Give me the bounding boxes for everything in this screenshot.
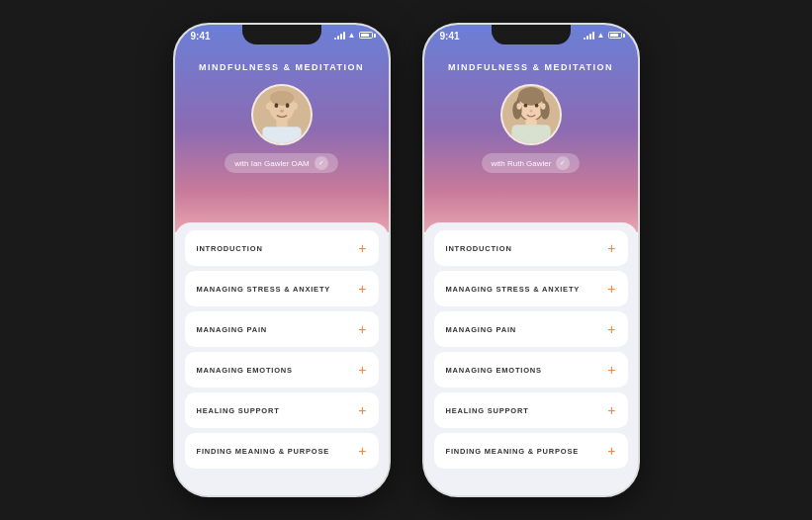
- menu-item-1-3[interactable]: MANAGING EMOTIONS +: [185, 352, 379, 388]
- svg-point-2: [269, 91, 293, 106]
- status-time-2: 9:41: [440, 31, 460, 42]
- battery-icon-1: [359, 32, 373, 39]
- plus-icon-2-4: +: [607, 403, 615, 417]
- plus-icon-1-3: +: [358, 363, 366, 377]
- phone-content-1: INTRODUCTION + MANAGING STRESS & ANXIETY…: [175, 222, 389, 495]
- menu-label-2-0: INTRODUCTION: [446, 244, 512, 253]
- wifi-icon-1: ▲: [348, 31, 356, 40]
- app-title-2: MINDFULNESS & MEDITATION: [448, 62, 613, 72]
- phone-header-2: MINDFULNESS & MEDITATION: [424, 25, 638, 232]
- status-icons-1: ▲: [334, 31, 373, 40]
- phone-frame-1: 9:41 ▲ MINDFULNESS & MEDITATION: [173, 23, 391, 497]
- menu-item-2-4[interactable]: HEALING SUPPORT +: [434, 392, 628, 428]
- check-badge-1: ✓: [315, 156, 328, 170]
- phone-frame-2: 9:41 ▲ MINDFULNESS & MEDITATION: [422, 23, 640, 497]
- svg-point-14: [512, 101, 521, 120]
- wifi-icon-2: ▲: [597, 31, 605, 40]
- signal-icon-2: [584, 32, 594, 40]
- phone-header-1: MINDFULNESS & MEDITATION: [175, 25, 389, 232]
- menu-label-1-1: MANAGING STRESS & ANXIETY: [197, 285, 331, 294]
- avatar-svg-1: [253, 86, 311, 143]
- app-title-1: MINDFULNESS & MEDITATION: [199, 62, 364, 72]
- menu-item-2-0[interactable]: INTRODUCTION +: [434, 230, 628, 266]
- menu-label-1-3: MANAGING EMOTIONS: [197, 366, 293, 375]
- menu-label-2-3: MANAGING EMOTIONS: [446, 366, 542, 375]
- svg-point-19: [534, 104, 538, 108]
- avatar-1: [251, 84, 313, 145]
- notch-2: [492, 25, 571, 44]
- plus-icon-2-0: +: [607, 241, 615, 255]
- menu-label-2-4: HEALING SUPPORT: [446, 406, 529, 415]
- presenter-label-1: with Ian Gawler OAM ✓: [225, 153, 338, 173]
- signal-bar-2: [337, 36, 339, 40]
- menu-label-1-2: MANAGING PAIN: [197, 325, 268, 334]
- signal-icon-1: [334, 32, 345, 40]
- signal-bar-4: [343, 32, 345, 40]
- svg-point-16: [516, 103, 521, 110]
- plus-icon-1-5: +: [358, 444, 366, 458]
- svg-point-3: [266, 103, 272, 110]
- menu-label-1-5: FINDING MEANING & PURPOSE: [197, 447, 330, 456]
- svg-point-18: [523, 104, 527, 108]
- plus-icon-1-4: +: [358, 403, 366, 417]
- menu-item-1-0[interactable]: INTRODUCTION +: [185, 230, 379, 266]
- check-icon-1: ✓: [318, 159, 324, 167]
- svg-point-20: [529, 110, 532, 112]
- signal-bar-2-1: [584, 38, 586, 40]
- svg-point-4: [292, 103, 298, 110]
- menu-item-1-2[interactable]: MANAGING PAIN +: [185, 311, 379, 347]
- battery-icon-2: [608, 32, 622, 39]
- menu-label-1-0: INTRODUCTION: [197, 244, 263, 253]
- status-time-1: 9:41: [191, 31, 211, 42]
- menu-item-1-4[interactable]: HEALING SUPPORT +: [185, 392, 379, 428]
- menu-label-2-5: FINDING MEANING & PURPOSE: [446, 447, 580, 456]
- phone-1: 9:41 ▲ MINDFULNESS & MEDITATION: [173, 23, 391, 497]
- svg-point-13: [517, 87, 543, 106]
- menu-item-2-2[interactable]: MANAGING PAIN +: [434, 311, 628, 347]
- notch-1: [242, 25, 321, 44]
- signal-bar-1: [334, 38, 336, 40]
- check-icon-2: ✓: [560, 159, 566, 167]
- avatar-2: [500, 84, 562, 145]
- menu-label-1-4: HEALING SUPPORT: [197, 406, 280, 415]
- signal-bar-2-3: [589, 34, 591, 40]
- menu-item-2-3[interactable]: MANAGING EMOTIONS +: [434, 352, 628, 388]
- signal-bar-2-2: [586, 36, 588, 40]
- menu-item-2-1[interactable]: MANAGING STRESS & ANXIETY +: [434, 271, 628, 306]
- svg-point-5: [274, 103, 278, 108]
- svg-point-7: [280, 110, 284, 113]
- phone-2: 9:41 ▲ MINDFULNESS & MEDITATION: [422, 23, 640, 497]
- svg-point-15: [540, 101, 549, 120]
- plus-icon-1-0: +: [358, 241, 366, 255]
- avatar-svg-2: [502, 86, 560, 143]
- menu-label-2-1: MANAGING STRESS & ANXIETY: [446, 285, 581, 294]
- menu-label-2-2: MANAGING PAIN: [446, 325, 517, 334]
- signal-bar-2-4: [592, 32, 594, 40]
- plus-icon-2-2: +: [607, 322, 615, 336]
- menu-item-2-5[interactable]: FINDING MEANING & PURPOSE +: [434, 433, 628, 469]
- menu-item-1-5[interactable]: FINDING MEANING & PURPOSE +: [185, 433, 379, 469]
- signal-bar-3: [340, 34, 342, 40]
- presenter-label-2: with Ruth Gawler ✓: [482, 153, 581, 173]
- presenter-name-1: with Ian Gawler OAM: [234, 159, 310, 168]
- menu-item-1-1[interactable]: MANAGING STRESS & ANXIETY +: [185, 271, 379, 306]
- plus-icon-2-5: +: [607, 444, 615, 458]
- svg-point-6: [285, 103, 289, 108]
- check-badge-2: ✓: [556, 156, 570, 170]
- svg-rect-9: [262, 127, 301, 143]
- plus-icon-2-3: +: [607, 363, 615, 377]
- presenter-name-2: with Ruth Gawler: [492, 159, 552, 168]
- svg-rect-22: [511, 125, 550, 143]
- phone-content-2: INTRODUCTION + MANAGING STRESS & ANXIETY…: [424, 222, 638, 495]
- plus-icon-2-1: +: [607, 282, 615, 296]
- plus-icon-1-2: +: [358, 322, 366, 336]
- status-icons-2: ▲: [584, 31, 622, 40]
- plus-icon-1-1: +: [358, 282, 366, 296]
- svg-point-17: [540, 103, 545, 110]
